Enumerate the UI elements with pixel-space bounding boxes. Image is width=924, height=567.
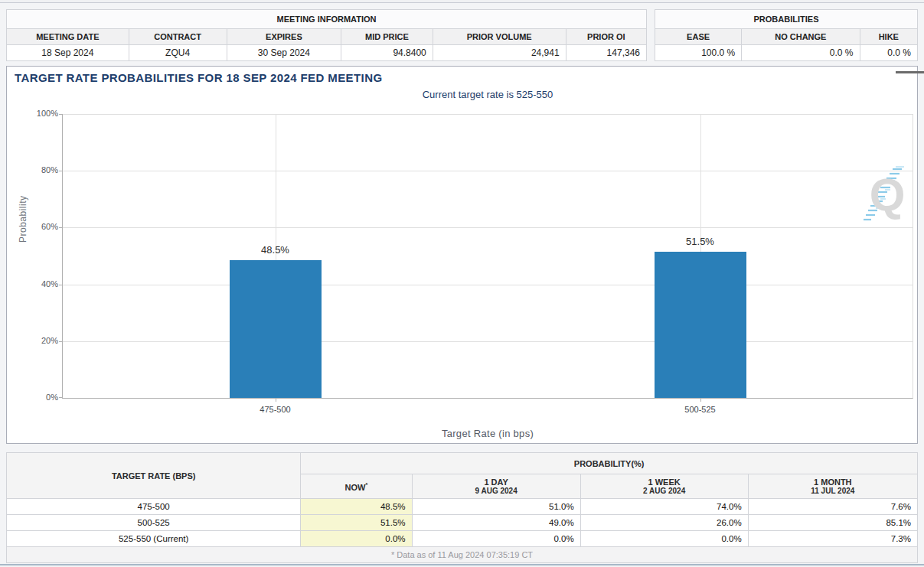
probabilities-value: 0.0 % xyxy=(860,45,917,61)
one-week-probability-cell: 74.0% xyxy=(580,499,748,515)
probability-table-row: 500-52551.5%49.0%26.0%85.1% xyxy=(7,515,918,531)
probabilities-row: 100.0 %0.0 %0.0 % xyxy=(655,45,918,61)
meeting-info-value: 30 Sep 2024 xyxy=(227,45,341,61)
one-month-probability-cell: 85.1% xyxy=(748,515,917,531)
horizontal-gridline xyxy=(63,171,913,171)
probabilities-table: PROBABILITIES EASENO CHANGEHIKE 100.0 %0… xyxy=(655,9,918,61)
probability-subcolumn-header: 1 WEEK2 AUG 2024 xyxy=(580,474,748,499)
probabilities-column-header: EASE xyxy=(655,29,742,45)
meeting-information-title: MEETING INFORMATION xyxy=(7,10,647,29)
meeting-info-value: ZQU4 xyxy=(129,45,227,61)
page-bottom-rule xyxy=(0,564,924,565)
probabilities-column-header: NO CHANGE xyxy=(742,29,860,45)
watermark-q-letter: Q xyxy=(870,169,906,220)
x-tick-label: 475-500 xyxy=(230,405,322,414)
rate-range-cell: 500-525 xyxy=(7,515,301,531)
horizontal-gridline xyxy=(63,341,913,342)
bar-value-label: 51.5% xyxy=(655,236,746,247)
probability-table-row: 525-550 (Current)0.0%0.0%0.0%7.3% xyxy=(7,531,918,547)
meeting-info-value: 24,941 xyxy=(433,45,566,61)
summary-tables-section: MEETING INFORMATION MEETING DATECONTRACT… xyxy=(6,9,918,61)
meeting-information-headers: MEETING DATECONTRACTEXPIRESMID PRICEPRIO… xyxy=(7,29,647,45)
target-rate-bps-header: TARGET RATE (BPS) xyxy=(7,453,301,499)
horizontal-gridline xyxy=(63,227,913,228)
meeting-info-column-header: CONTRACT xyxy=(129,29,227,45)
one-day-probability-cell: 49.0% xyxy=(412,515,580,531)
chart-subtitle: Current target rate is 525-550 xyxy=(62,89,913,100)
y-tick-label: 100% xyxy=(28,109,58,118)
horizontal-gridline xyxy=(63,114,913,115)
meeting-information-table: MEETING INFORMATION MEETING DATECONTRACT… xyxy=(6,9,647,61)
x-tick-mark xyxy=(276,398,276,402)
meeting-info-column-header: MEETING DATE xyxy=(7,29,129,45)
target-rate-chart-panel: TARGET RATE PROBABILITIES FOR 18 SEP 202… xyxy=(6,66,918,444)
now-probability-cell: 48.5% xyxy=(301,499,412,515)
chart-plot-area: Q 0%20%40%60%80%100%48.5%475-50051.5%500… xyxy=(62,114,913,399)
hamburger-bar xyxy=(896,71,924,73)
probabilities-value: 0.0 % xyxy=(742,45,860,61)
probability-bar-500-525[interactable] xyxy=(655,252,746,398)
probabilities-title: PROBABILITIES xyxy=(655,10,918,29)
meeting-info-column-header: MID PRICE xyxy=(341,29,433,45)
probability-subcolumn-header: 1 DAY9 AUG 2024 xyxy=(412,474,580,499)
probabilities-column-header: HIKE xyxy=(860,29,917,45)
x-axis-title: Target Rate (in bps) xyxy=(62,428,913,439)
meeting-info-column-header: PRIOR VOLUME xyxy=(433,29,566,45)
probability-subcolumn-header: NOW* xyxy=(301,474,412,499)
y-tick-label: 80% xyxy=(28,165,58,174)
page-top-rule xyxy=(0,2,924,3)
bar-value-label: 48.5% xyxy=(230,244,322,256)
x-tick-label: 500-525 xyxy=(655,405,746,414)
y-tick-label: 40% xyxy=(28,279,58,288)
meeting-info-value: 147,346 xyxy=(566,45,646,61)
one-month-probability-cell: 7.6% xyxy=(748,499,917,515)
one-week-probability-cell: 26.0% xyxy=(580,515,748,531)
horizontal-gridline xyxy=(63,285,913,285)
y-tick-label: 20% xyxy=(28,336,58,345)
meeting-info-value: 94.8400 xyxy=(341,45,433,61)
probability-table-row: 475-50048.5%51.0%74.0%7.6% xyxy=(7,499,918,515)
y-tick-mark xyxy=(59,397,63,398)
y-tick-label: 60% xyxy=(28,222,58,231)
x-tick-mark xyxy=(700,398,701,402)
one-day-probability-cell: 51.0% xyxy=(412,499,580,515)
quikstrike-logo-watermark: Q xyxy=(862,163,906,227)
probability-history-table: TARGET RATE (BPS) PROBABILITY(%) NOW*1 D… xyxy=(6,452,918,563)
now-probability-cell: 0.0% xyxy=(301,531,412,547)
rate-range-cell: 525-550 (Current) xyxy=(7,531,301,547)
meeting-information-row: 18 Sep 2024ZQU430 Sep 202494.840024,9411… xyxy=(7,45,647,61)
one-week-probability-cell: 0.0% xyxy=(580,531,748,547)
chart-title: TARGET RATE PROBABILITIES FOR 18 SEP 202… xyxy=(15,71,382,84)
data-as-of-footnote: * Data as of 11 Aug 2024 07:35:19 CT xyxy=(7,547,918,563)
probability-history-section: TARGET RATE (BPS) PROBABILITY(%) NOW*1 D… xyxy=(6,452,918,563)
y-tick-label: 0% xyxy=(28,393,58,402)
meeting-info-value: 18 Sep 2024 xyxy=(7,45,129,61)
meeting-info-column-header: EXPIRES xyxy=(227,29,341,45)
probabilities-headers: EASENO CHANGEHIKE xyxy=(655,29,918,45)
probability-bar-475-500[interactable] xyxy=(230,260,322,398)
now-probability-cell: 51.5% xyxy=(301,515,412,531)
one-day-probability-cell: 0.0% xyxy=(412,531,580,547)
probabilities-value: 100.0 % xyxy=(655,45,742,61)
probability-subcolumn-header: 1 MONTH11 JUL 2024 xyxy=(748,474,917,499)
y-axis-title: Probability xyxy=(18,195,28,243)
rate-range-cell: 475-500 xyxy=(7,499,301,515)
meeting-info-column-header: PRIOR OI xyxy=(566,29,646,45)
probability-percent-header: PROBABILITY(%) xyxy=(301,453,918,474)
one-month-probability-cell: 7.3% xyxy=(748,531,917,547)
